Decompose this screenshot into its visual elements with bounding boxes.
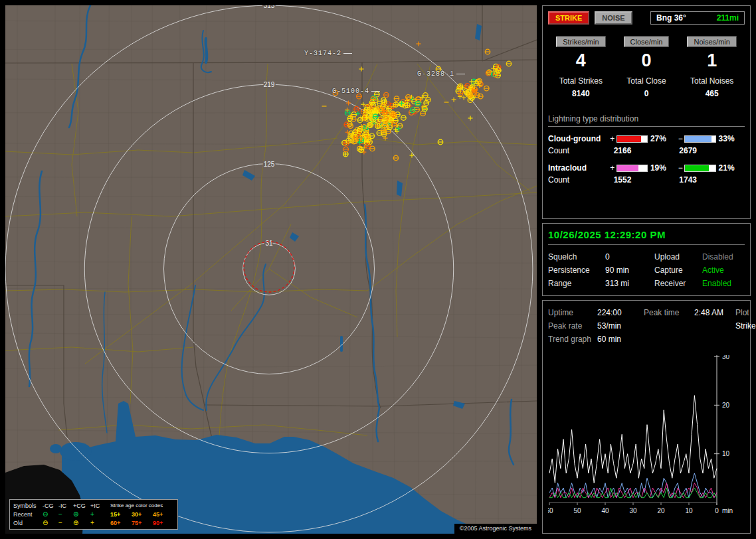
ic-positive-pct: 19% <box>650 163 676 173</box>
svg-text:31: 31 <box>265 240 273 247</box>
storm-cell-label: G-5100-4 <box>332 88 380 95</box>
copyright-text: ©2005 Astrogenic Systems <box>454 524 537 534</box>
age-90: 90+ <box>153 520 174 526</box>
datetime-display: 10/26/2025 12:29:20 PM <box>548 229 745 245</box>
trend-window-value: 60 min <box>597 335 644 344</box>
strike-stats-panel: STRIKE NOISE Bng 36° 211mi Strikes/min 4… <box>542 5 751 219</box>
svg-text:30: 30 <box>629 507 637 514</box>
trend-chart: 1020306050403020100min <box>548 355 745 522</box>
storm-cell-text: Y-3174-2 <box>304 50 341 57</box>
cloud-ground-row: Cloud-ground + 27% − 33% <box>548 133 745 145</box>
persistence-value: 90 min <box>605 266 654 275</box>
count-label: Count <box>548 175 614 185</box>
peak-time-value: 2:48 AM <box>694 308 735 317</box>
recent-ic-neg-icon: − <box>58 511 73 518</box>
cloud-ground-label: Cloud-ground <box>548 134 609 143</box>
age-15: 15+ <box>110 511 132 518</box>
receiver-value: Enabled <box>702 279 745 288</box>
bearing-label: Bng 36° <box>656 13 686 23</box>
strikes-per-min-header: Strikes/min <box>556 37 605 47</box>
legend-col-ic-pos: +IC <box>90 502 104 509</box>
info-sidebar: STRIKE NOISE Bng 36° 211mi Strikes/min 4… <box>542 5 751 534</box>
svg-text:10: 10 <box>685 507 693 514</box>
total-close-value: 0 <box>614 89 680 98</box>
old-ic-neg-icon: − <box>58 520 73 526</box>
svg-text:20: 20 <box>657 507 665 514</box>
app-window: 31321912531 Y-3174-2 G-3288-1 G-5100-4 S… <box>0 0 756 539</box>
plus-sign: + <box>609 163 616 173</box>
age-30: 30+ <box>132 511 153 518</box>
range-label: Range <box>548 279 605 288</box>
peak-rate-value: 53/min <box>597 321 644 331</box>
intracloud-label: Intracloud <box>548 163 609 173</box>
lightning-distribution: Lightning type distribution Cloud-ground… <box>548 114 745 186</box>
rate-grid: Strikes/min 4 Total Strikes 8140 Close/m… <box>548 35 745 98</box>
receiver-label: Receiver <box>654 279 702 288</box>
strikes-per-min-value: 4 <box>548 50 614 70</box>
svg-text:0: 0 <box>715 507 719 514</box>
svg-text:50: 50 <box>573 507 581 514</box>
receiver-status-panel: 10/26/2025 12:29:20 PM Squelch 0 Upload … <box>542 223 751 296</box>
total-strikes-value: 8140 <box>548 89 614 98</box>
legend-age-title: Strike age color codes <box>110 502 174 508</box>
close-column: Close/min 0 Total Close 0 <box>614 35 680 98</box>
cg-positive-count: 2166 <box>614 146 680 155</box>
cg-positive-bar <box>616 135 648 143</box>
ic-negative-pct: 21% <box>719 163 745 173</box>
svg-text:125: 125 <box>264 161 275 168</box>
legend-col-cg-neg: -CG <box>43 502 58 509</box>
lake-pontchartrain <box>60 442 92 461</box>
storm-cell-text: G-5100-4 <box>332 88 369 95</box>
total-noises-value: 465 <box>679 89 745 98</box>
noise-mode-button[interactable]: NOISE <box>595 11 632 25</box>
legend-symbols-title: Symbols <box>13 502 43 509</box>
uptime-value: 224:00 <box>597 308 644 317</box>
noises-per-min-value: 1 <box>679 50 745 70</box>
trend-panel: Uptime 224:00 Peak time 2:48 AM Plot Pea… <box>542 300 751 534</box>
cg-positive-pct: 27% <box>650 134 676 143</box>
uptime-label: Uptime <box>548 308 597 317</box>
noises-column: Noises/min 1 Total Noises 465 <box>679 35 745 98</box>
lightning-map: 31321912531 <box>5 5 537 534</box>
leader-line <box>343 53 352 54</box>
storm-cell-label: Y-3174-2 <box>304 50 352 57</box>
count-label: Count <box>548 146 614 155</box>
old-cg-pos-icon: ⊕ <box>73 520 90 526</box>
old-cg-neg-icon: ⊖ <box>43 520 58 526</box>
minus-sign: − <box>676 163 684 173</box>
svg-text:219: 219 <box>264 81 275 88</box>
intracloud-count-row: Count 1552 1743 <box>548 174 745 186</box>
peak-time-label: Peak time <box>644 308 694 317</box>
recent-cg-pos-icon: ⊕ <box>73 511 90 518</box>
legend-row-old: Old <box>13 520 43 526</box>
close-per-min-header: Close/min <box>624 37 670 47</box>
leader-line <box>371 91 380 92</box>
svg-text:313: 313 <box>264 5 275 9</box>
recent-ic-pos-icon: + <box>90 511 104 518</box>
legend-col-ic-neg: -IC <box>58 502 73 509</box>
range-value: 313 mi <box>605 279 654 288</box>
noises-per-min-header: Noises/min <box>687 37 736 47</box>
peak-rate-label: Peak rate <box>548 321 597 331</box>
plot-type-value: Strike <box>735 321 756 331</box>
legend-row-recent: Recent <box>13 511 43 518</box>
distribution-title: Lightning type distribution <box>548 114 745 127</box>
legend-col-cg-pos: +CG <box>73 502 90 509</box>
ic-positive-count: 1552 <box>614 175 680 185</box>
strike-mode-button[interactable]: STRIKE <box>548 11 589 25</box>
persistence-label: Persistence <box>548 266 605 275</box>
upload-label: Upload <box>654 252 702 262</box>
mode-row: STRIKE NOISE Bng 36° 211mi <box>548 11 745 25</box>
cg-negative-bar <box>684 135 715 143</box>
strikes-column: Strikes/min 4 Total Strikes 8140 <box>548 35 614 98</box>
svg-text:20: 20 <box>722 402 730 409</box>
bearing-range: 211mi <box>717 13 739 23</box>
capture-label: Capture <box>654 266 702 275</box>
total-close-label: Total Close <box>614 76 680 86</box>
close-per-min-value: 0 <box>614 50 680 70</box>
trend-grid: Uptime 224:00 Peak time 2:48 AM Plot Pea… <box>548 306 745 346</box>
plot-label: Plot <box>735 308 756 317</box>
capture-value: Active <box>702 266 745 275</box>
svg-text:10: 10 <box>722 450 730 457</box>
status-grid: Squelch 0 Upload Disabled Persistence 90… <box>548 250 745 290</box>
